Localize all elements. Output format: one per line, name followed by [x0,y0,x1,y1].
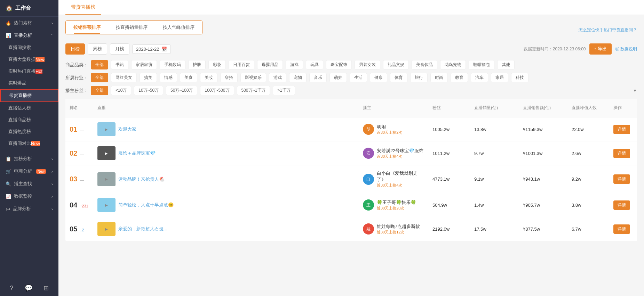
filter-industry-music[interactable]: 音乐 [309,73,327,82]
broadcaster-name[interactable]: 白小白《爱我就别走了》 [377,170,424,183]
filter-industry-entertainment[interactable]: 影视娱乐 [240,73,266,82]
filter-industry-style[interactable]: 时尚 [430,73,448,82]
sidebar-item-ecommerce[interactable]: 🛒 电商分析 New › [0,165,58,178]
sidebar-item-label: 挂榜分析 [14,156,32,162]
filter-product-games[interactable]: 游戏 [286,60,303,69]
period-btn-day[interactable]: 日榜 [65,43,85,55]
filter-product-electronics[interactable]: 手机数码 [160,60,185,69]
filter-industry-life[interactable]: 生活 [350,73,367,82]
sidebar-sub-item-live-big-data[interactable]: 直播大盘数据 New [0,54,58,65]
filter-product-jewelry[interactable]: 珠宝配饰 [326,60,352,69]
th-broadcaster: 播主 [359,102,428,114]
sidebar-sub-item-live-search[interactable]: 直播间搜索 [0,42,58,54]
miniprogram-icon[interactable]: ⊞ [43,284,49,292]
sidebar-item-live-analysis[interactable]: 📊 直播分析 ˄ [0,29,58,42]
filter-industry-travel[interactable]: 旅行 [410,73,428,82]
action-cell: 详情 [609,221,637,237]
period-btn-month[interactable]: 月榜 [110,43,129,55]
filter-industry-auto[interactable]: 汽车 [471,73,488,82]
data-explain-link[interactable]: ⓪ 数据说明 [615,46,637,52]
filter-industry-education[interactable]: 教育 [451,73,468,82]
sidebar-item-brand-analysis[interactable]: 🏷 品牌分析 › [0,203,58,215]
filter-product-food[interactable]: 美食饮品 [412,60,437,69]
filter-product-makeup[interactable]: 彩妆 [208,60,226,69]
filter-product-clothing[interactable]: 男装女装 [355,60,380,69]
filter-product-daily[interactable]: 日用百货 [229,60,254,69]
live-title[interactable]: 简单轻松，大点干早点敢😊 [118,202,174,208]
broadcaster-name[interactable]: 胡闹 [377,124,402,130]
filter-product-baby[interactable]: 母婴用品 [257,60,283,69]
chart-icon: 📊 [6,33,11,38]
sidebar-sub-item-live-ranking[interactable]: 带货直播榜 [0,89,58,102]
sort-tab-sales-amount[interactable]: 按销售额排序 [66,21,108,34]
live-title[interactable]: 服饰＋品牌珠宝💎 [118,150,156,156]
filter-product-toys[interactable]: 玩具 [306,60,323,69]
sidebar-sub-item-live-products[interactable]: 实时爆品 [0,77,58,89]
help-icon[interactable]: ? [10,285,13,292]
filter-industry-tech[interactable]: 科技 [511,73,528,82]
live-title[interactable]: 亲爱的，新款超大石斑... [118,226,167,232]
filter-fans-100-500w[interactable]: 100万~500万 [200,86,234,95]
filter-fans-gt1000w[interactable]: >1千万 [273,86,295,95]
filter-industry-makeup2[interactable]: 美妆 [200,73,217,82]
filter-industry-beauty[interactable]: 网红美女 [111,73,137,82]
filter-industry-fashion[interactable]: 穿搭 [220,73,238,82]
detail-button[interactable]: 详情 [613,125,630,134]
filter-product-shoes[interactable]: 鞋帽箱包 [469,60,494,69]
filter-fans-lt10w[interactable]: <10万 [111,86,131,95]
filter-industry-sports[interactable]: 体育 [390,73,407,82]
sort-tab-sales-volume[interactable]: 按直播销量排序 [108,21,155,34]
sales-cell: 13.8w [470,123,519,135]
filter-product-home[interactable]: 家居家纺 [131,60,157,69]
detail-button[interactable]: 详情 [613,149,630,158]
fans-label: 播主粉丝： [65,88,88,94]
sidebar-sub-item-live-goods[interactable]: 直播商品榜 [0,114,58,126]
filter-product-gifts[interactable]: 礼品文娱 [383,60,409,69]
date-picker[interactable]: 2020-12-22 📅 [132,44,171,54]
period-btn-week[interactable]: 周榜 [88,43,107,55]
top-tab-live-ranking[interactable]: 带货直播榜 [65,0,101,15]
sidebar-sub-item-live-talent[interactable]: 直播达人榜 [0,102,58,114]
sidebar-item-rank-analysis[interactable]: 📋 挂榜分析 › [0,153,58,165]
filter-industry-funny[interactable]: 搞笑 [140,73,157,82]
filter-fans-50-100w[interactable]: 50万~100万 [166,86,197,95]
detail-button[interactable]: 详情 [613,200,630,210]
filter-industry-emotion[interactable]: 情感 [160,73,177,82]
filter-product-pets[interactable]: 花鸟宠物 [440,60,466,69]
filter-product-books[interactable]: 书籍 [111,60,128,69]
sidebar-sub-item-live-compare[interactable]: 直播间对比 New [0,138,58,149]
filter-fans-500-1000w[interactable]: 500万~1千万 [237,86,270,95]
sidebar-item-data-monitoring[interactable]: 📈 数据监控 › [0,190,58,203]
filter-product-other[interactable]: 其他 [497,60,515,69]
filter-product-all[interactable]: 全部 [91,60,108,69]
message-icon[interactable]: 💬 [25,284,32,292]
filter-fans-all[interactable]: 全部 [91,86,108,95]
broadcaster-name[interactable]: 🍀王子哥🍀快乐🍀 [377,199,416,206]
sidebar-item-hot-material[interactable]: 🔥 热门素材 › [0,17,58,29]
export-button[interactable]: ↑ 导出 [589,43,612,55]
sidebar-item-broadcaster-search[interactable]: 🔍 播主查找 › [0,178,58,190]
detail-button[interactable]: 详情 [613,174,630,184]
chevron-icon: › [51,181,53,187]
filter-industry-games2[interactable]: 游戏 [269,73,286,82]
sidebar-sub-item-live-heat[interactable]: 直播热度榜 [0,126,58,138]
filter-industry-kids[interactable]: 萌娃 [329,73,347,82]
filter-industry-pets2[interactable]: 宠物 [289,73,307,82]
sort-tab-peak-popularity[interactable]: 按人气峰值排序 [155,21,202,34]
filter-industry-all[interactable]: 全部 [91,73,108,82]
live-title[interactable]: 运动品牌！来抢贵人🐔 [118,176,165,182]
filter-industry-food[interactable]: 美食 [180,73,197,82]
sidebar-sub-item-live-hot[interactable]: 实时热门直播 Hot [0,65,58,77]
filter-fans-10-50w[interactable]: 10万~50万 [134,86,163,95]
filter-industry-health[interactable]: 健康 [370,73,387,82]
detail-button[interactable]: 详情 [613,224,630,234]
filter-industry-home2[interactable]: 家居 [491,73,508,82]
live-title[interactable]: 欢迎大家 [118,126,136,132]
broadcaster-name[interactable]: 娃娃每晚7点超多新款 [377,223,420,230]
filter-fans-more[interactable]: ▼ [633,88,637,93]
broadcaster-sub: 近30天上榜4次 [377,183,424,188]
sidebar-sub-label: 直播间对比 [8,140,31,147]
broadcaster-name[interactable]: 安若溪22号珠宝💎服饰 [377,148,423,154]
help-link[interactable]: 怎么定位快手热门带货直播间？ [579,27,637,33]
filter-product-skincare[interactable]: 护肤 [188,60,206,69]
